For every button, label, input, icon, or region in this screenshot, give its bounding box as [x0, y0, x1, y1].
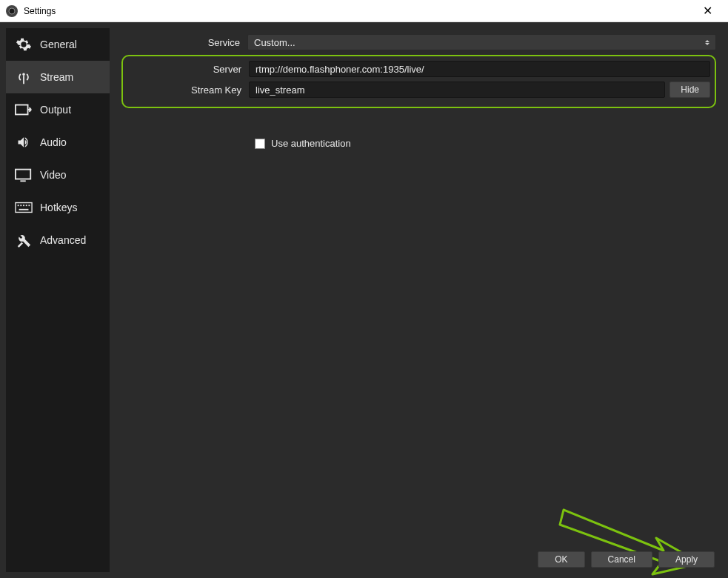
service-row: Service Custom...: [121, 34, 716, 50]
svg-rect-2: [16, 170, 30, 179]
streamkey-row: Stream Key Hide: [123, 82, 710, 98]
sidebar-item-stream[interactable]: Stream: [6, 61, 110, 93]
body: General Stream Output Audio: [0, 22, 728, 578]
server-label: Server: [123, 64, 249, 75]
service-value: Custom...: [254, 37, 295, 48]
server-input[interactable]: [249, 61, 710, 77]
svg-point-0: [9, 8, 15, 14]
sidebar: General Stream Output Audio: [6, 28, 110, 572]
sidebar-item-output[interactable]: Output: [6, 93, 110, 126]
speaker-icon: [15, 135, 33, 150]
service-label: Service: [121, 37, 247, 48]
dialog-footer: OK Cancel Apply: [538, 551, 715, 568]
svg-rect-3: [20, 180, 25, 182]
settings-window: Settings ✕ General Stream: [0, 0, 728, 578]
use-authentication-checkbox[interactable]: [255, 139, 265, 149]
auth-row: Use authentication: [255, 138, 716, 149]
app-icon: [6, 5, 18, 17]
svg-rect-10: [19, 209, 29, 210]
service-select[interactable]: Custom...: [247, 34, 716, 50]
tools-icon: [15, 233, 33, 248]
antenna-icon: [15, 70, 33, 84]
ok-button[interactable]: OK: [538, 551, 584, 568]
sidebar-item-advanced[interactable]: Advanced: [6, 224, 110, 256]
svg-rect-5: [18, 205, 19, 206]
highlight-annotation-box: Server Stream Key Hide: [121, 55, 716, 108]
hide-button[interactable]: Hide: [669, 82, 710, 98]
sidebar-item-general[interactable]: General: [6, 28, 110, 61]
sidebar-item-label: Audio: [40, 136, 67, 148]
sidebar-item-audio[interactable]: Audio: [6, 126, 110, 159]
svg-rect-7: [23, 205, 24, 206]
chevron-updown-icon: [705, 40, 709, 45]
sidebar-item-video[interactable]: Video: [6, 159, 110, 191]
svg-rect-8: [26, 205, 27, 206]
sidebar-item-label: Advanced: [40, 234, 86, 246]
cancel-button[interactable]: Cancel: [591, 551, 652, 568]
svg-rect-6: [20, 205, 21, 206]
svg-rect-9: [28, 205, 30, 206]
window-close-button[interactable]: ✕: [692, 4, 722, 18]
window-title: Settings: [24, 6, 56, 16]
use-authentication-label: Use authentication: [271, 138, 351, 149]
gear-icon: [15, 37, 33, 52]
output-icon: [15, 102, 33, 117]
sidebar-item-label: Video: [40, 169, 67, 181]
streamkey-input[interactable]: [249, 82, 665, 98]
server-row: Server: [123, 61, 710, 77]
streamkey-label: Stream Key: [123, 84, 249, 96]
titlebar: Settings ✕: [0, 0, 728, 22]
svg-rect-4: [16, 203, 32, 213]
sidebar-item-label: Hotkeys: [40, 202, 78, 213]
sidebar-item-label: Output: [40, 104, 71, 116]
monitor-icon: [15, 167, 33, 182]
apply-button[interactable]: Apply: [658, 551, 715, 568]
sidebar-item-hotkeys[interactable]: Hotkeys: [6, 191, 110, 224]
keyboard-icon: [15, 200, 33, 215]
content-pane: Service Custom... Server Stre: [116, 28, 722, 572]
svg-rect-1: [16, 105, 28, 115]
sidebar-item-label: Stream: [40, 71, 73, 83]
sidebar-item-label: General: [40, 39, 77, 50]
